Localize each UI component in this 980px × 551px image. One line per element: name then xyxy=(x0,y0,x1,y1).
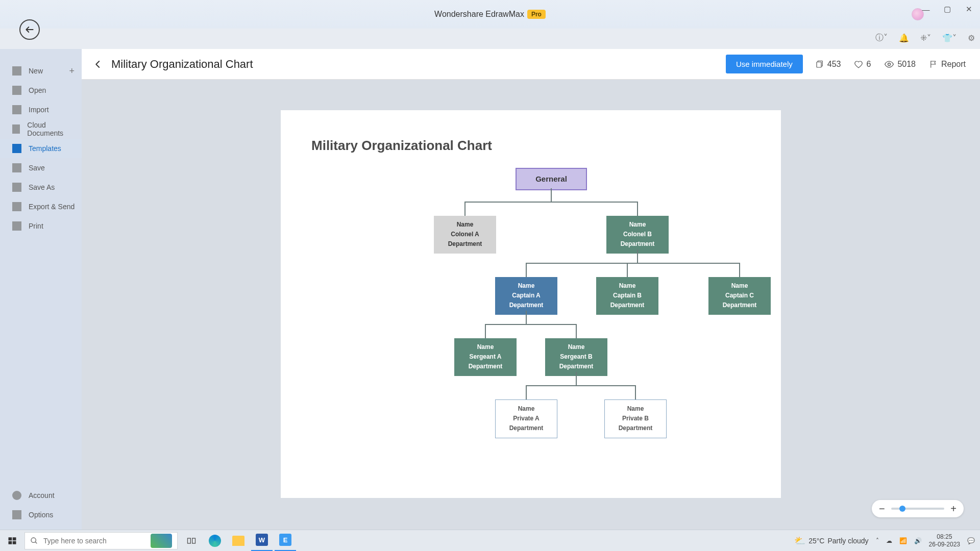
doc-title: Military Organizational Chart xyxy=(311,138,750,154)
svg-rect-8 xyxy=(188,538,191,543)
taskbar-edrawmax[interactable]: E xyxy=(275,530,296,552)
search-box[interactable] xyxy=(24,532,178,549)
maximize-button[interactable]: ▢ xyxy=(940,3,954,15)
taskbar: W E ⛅ 25°C Partly cloudy ˄ ☁ 📶 🔊 08:25 2… xyxy=(0,530,980,551)
search-highlight-icon xyxy=(151,534,172,548)
back-button[interactable] xyxy=(19,19,40,40)
cloud-icon xyxy=(12,124,20,134)
eye-icon xyxy=(884,59,894,69)
svg-point-7 xyxy=(31,538,36,542)
weather-temp: 25°C xyxy=(808,537,824,545)
gear-icon[interactable]: ⚙ xyxy=(968,33,975,43)
app-title: Wondershare EdrawMax xyxy=(434,10,524,19)
tray-notifications-icon[interactable]: 💬 xyxy=(967,537,975,544)
sidebar-item-export[interactable]: Export & Send xyxy=(0,197,82,216)
sidebar-item-account[interactable]: Account xyxy=(0,486,82,505)
sidebar-label: Print xyxy=(29,222,43,230)
minimize-button[interactable]: — xyxy=(919,3,933,15)
pro-badge: Pro xyxy=(527,10,546,19)
search-input[interactable] xyxy=(43,537,145,545)
sidebar-item-new[interactable]: New+ xyxy=(0,61,82,81)
toolbar-icons: ⓘ˅ 🔔 ⁜˅ 👕˅ ⚙ xyxy=(875,29,975,47)
tray-volume-icon[interactable]: 🔊 xyxy=(914,537,922,544)
node-colonel-a: NameColonel ADepartment xyxy=(434,216,496,254)
weather-widget[interactable]: ⛅ 25°C Partly cloudy xyxy=(794,535,868,546)
taskbar-word[interactable]: W xyxy=(251,530,273,552)
start-button[interactable] xyxy=(0,530,24,552)
page-title: Military Organizational Chart xyxy=(111,58,253,71)
zoom-slider[interactable] xyxy=(891,508,945,510)
saveas-icon xyxy=(12,183,21,192)
edge-icon xyxy=(209,535,221,547)
svg-rect-1 xyxy=(817,62,821,67)
zoom-thumb[interactable] xyxy=(899,506,905,512)
sidebar-item-options[interactable]: Options xyxy=(0,505,82,524)
arrow-left-icon xyxy=(24,24,35,35)
copies-value: 453 xyxy=(827,60,841,69)
canvas-area[interactable]: Military Organizational Chart Gerneral N… xyxy=(82,80,980,530)
svg-rect-4 xyxy=(13,537,16,540)
svg-rect-6 xyxy=(13,541,16,544)
node-general: Gerneral xyxy=(516,168,587,190)
node-sergeant-b: NameSergeant BDepartment xyxy=(545,338,607,376)
plus-icon[interactable]: + xyxy=(69,66,75,77)
sidebar-item-saveas[interactable]: Save As xyxy=(0,178,82,197)
taskbar-explorer[interactable] xyxy=(228,530,249,552)
tray-clock[interactable]: 08:25 26-09-2023 xyxy=(929,533,960,548)
print-icon xyxy=(12,221,21,231)
taskbar-edge[interactable] xyxy=(204,530,226,552)
bell-icon[interactable]: 🔔 xyxy=(899,33,909,43)
close-button[interactable]: ✕ xyxy=(962,3,976,15)
sidebar: New+ Open Import Cloud Documents Templat… xyxy=(0,49,82,530)
chevron-left-icon xyxy=(93,60,103,69)
copy-icon xyxy=(815,60,824,69)
likes-value: 6 xyxy=(866,60,871,69)
stat-likes[interactable]: 6 xyxy=(854,60,871,69)
plus-square-icon xyxy=(12,66,21,76)
folder-icon xyxy=(12,86,21,95)
options-icon xyxy=(12,510,21,519)
views-value: 5018 xyxy=(897,60,916,69)
tray-onedrive-icon[interactable]: ☁ xyxy=(886,537,892,544)
sidebar-item-cloud[interactable]: Cloud Documents xyxy=(0,119,82,139)
help-icon[interactable]: ⓘ˅ xyxy=(875,33,888,43)
zoom-in-button[interactable]: + xyxy=(950,503,957,515)
shirt-icon[interactable]: 👕˅ xyxy=(942,33,957,43)
word-icon: W xyxy=(256,534,268,546)
use-immediately-button[interactable]: Use immediately xyxy=(726,55,803,73)
save-icon xyxy=(12,163,21,172)
sidebar-item-import[interactable]: Import xyxy=(0,100,82,119)
sidebar-item-open[interactable]: Open xyxy=(0,81,82,100)
zoom-out-button[interactable]: − xyxy=(879,503,885,515)
report-label: Report xyxy=(941,60,966,69)
tray-date: 26-09-2023 xyxy=(929,541,960,548)
sidebar-label: Export & Send xyxy=(29,203,75,211)
sidebar-item-save[interactable]: Save xyxy=(0,158,82,178)
node-private-b: NamePrivate BDepartment xyxy=(604,399,667,438)
node-private-a: NamePrivate ADepartment xyxy=(495,399,557,438)
header-bar: Military Organizational Chart Use immedi… xyxy=(82,49,980,80)
tray-wifi-icon[interactable]: 📶 xyxy=(899,537,907,544)
sidebar-item-print[interactable]: Print xyxy=(0,216,82,236)
svg-rect-9 xyxy=(192,538,195,543)
sidebar-label: Cloud Documents xyxy=(27,121,76,137)
templates-icon xyxy=(12,144,21,153)
taskview-icon xyxy=(186,536,197,546)
svg-point-2 xyxy=(888,63,891,65)
report-button[interactable]: Report xyxy=(929,60,966,69)
task-view-button[interactable] xyxy=(181,530,202,552)
sidebar-label: Options xyxy=(29,511,53,519)
edrawmax-icon: E xyxy=(279,534,291,546)
window-controls: — ▢ ✕ xyxy=(919,3,976,15)
header-back-button[interactable] xyxy=(91,57,105,71)
node-colonel-b: NameColonel BDepartment xyxy=(606,216,669,254)
org-chart: Gerneral NameColonel ADepartment NameCol… xyxy=(311,168,750,474)
sidebar-item-templates[interactable]: Templates xyxy=(0,139,82,158)
tray-time: 08:25 xyxy=(937,533,952,540)
grid-icon[interactable]: ⁜˅ xyxy=(920,33,931,43)
node-sergeant-a: NameSergeant ADepartment xyxy=(454,338,517,376)
heart-icon xyxy=(854,60,863,69)
system-tray: ⛅ 25°C Partly cloudy ˄ ☁ 📶 🔊 08:25 26-09… xyxy=(794,533,980,548)
flag-icon xyxy=(929,60,938,69)
tray-chevron-icon[interactable]: ˄ xyxy=(876,537,879,544)
